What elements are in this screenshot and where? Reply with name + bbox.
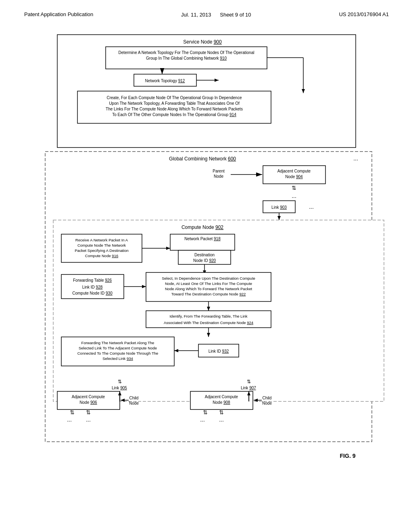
svg-text:To Each Of The Other Compute N: To Each Of The Other Compute Nodes In Th… xyxy=(112,112,236,117)
svg-text:Node 906: Node 906 xyxy=(79,400,97,405)
svg-text:Node 904: Node 904 xyxy=(285,175,303,179)
svg-text:Associated With The Destinatio: Associated With The Destination Compute … xyxy=(164,320,253,325)
svg-rect-63 xyxy=(146,311,271,328)
svg-text:Identify, From The Forwarding : Identify, From The Forwarding Table, The… xyxy=(169,314,247,318)
svg-text:Node Along Which To Forward Th: Node Along Which To Forward The Network … xyxy=(165,287,252,291)
svg-text:Select, In Dependence Upon The: Select, In Dependence Upon The Destinati… xyxy=(162,276,255,281)
svg-text:Compute Node The Network: Compute Node The Network xyxy=(77,243,126,247)
svg-text:Adjacent Compute: Adjacent Compute xyxy=(205,395,238,399)
svg-text:Link 907: Link 907 xyxy=(241,386,256,390)
svg-text:Selected Link To The Adjacent : Selected Link To The Adjacent Compute No… xyxy=(79,346,157,350)
svg-text:Create, For Each Compute Node : Create, For Each Compute Node Of The Ope… xyxy=(106,96,242,100)
header-right: US 2013/0176904 A1 xyxy=(339,11,389,17)
svg-text:Selected Link 934: Selected Link 934 xyxy=(102,356,133,361)
svg-text:⇅: ⇅ xyxy=(118,379,122,384)
svg-text:...: ... xyxy=(309,204,314,210)
sheet-label: Sheet 9 of 10 xyxy=(220,12,251,18)
svg-text:Network Topology 912: Network Topology 912 xyxy=(145,79,185,83)
svg-text:Link ID 928: Link ID 928 xyxy=(82,285,103,289)
svg-text:Group In The Global Combining : Group In The Global Combining Network 91… xyxy=(146,56,227,60)
svg-text:...: ... xyxy=(86,416,91,423)
svg-text:Service Node 900: Service Node 900 xyxy=(183,39,222,45)
svg-text:Forwarding Table 926: Forwarding Table 926 xyxy=(73,278,112,283)
svg-text:⇅: ⇅ xyxy=(292,185,296,191)
svg-text:Compute Node 902: Compute Node 902 xyxy=(181,224,223,230)
svg-text:...: ... xyxy=(219,416,224,423)
svg-text:Node: Node xyxy=(262,401,272,405)
svg-text:Packet Specifying A Destinatio: Packet Specifying A Destination xyxy=(75,248,129,253)
svg-text:Upon The Network Topology, A F: Upon The Network Topology, A Forwarding … xyxy=(109,101,240,106)
svg-text:⇅: ⇅ xyxy=(219,409,224,416)
svg-text:Link 905: Link 905 xyxy=(112,386,127,390)
svg-text:⇅: ⇅ xyxy=(86,409,91,416)
svg-text:⇅: ⇅ xyxy=(203,409,208,416)
svg-text:Link 903: Link 903 xyxy=(271,205,287,210)
svg-text:Compute Node ID 930: Compute Node ID 930 xyxy=(72,291,113,295)
svg-text:Forwarding The Network Packet : Forwarding The Network Packet Along The xyxy=(81,341,154,345)
svg-text:Connected To The Compute Node : Connected To The Compute Node Through Th… xyxy=(77,351,159,355)
svg-text:Destination: Destination xyxy=(194,253,215,257)
diagram-svg: Service Node 900 Determine A Network Top… xyxy=(25,23,388,466)
svg-text:Node ID 920: Node ID 920 xyxy=(193,258,216,263)
svg-text:Global Combining Network 600: Global Combining Network 600 xyxy=(169,156,236,162)
patent-number: US 2013/0176904 A1 xyxy=(339,11,389,17)
svg-text:Node: Node xyxy=(129,401,139,405)
svg-text:⇅: ⇅ xyxy=(247,379,251,384)
svg-text:⇅: ⇅ xyxy=(70,409,75,416)
header: Patent Application Publication Jul. 11, … xyxy=(0,0,413,23)
svg-text:...: ... xyxy=(200,416,205,423)
svg-text:The Links For The Compute Node: The Links For The Compute Node Along Whi… xyxy=(106,107,243,111)
svg-text:Adjacent Compute: Adjacent Compute xyxy=(277,169,311,173)
svg-text:Node 908: Node 908 xyxy=(213,400,230,405)
svg-text:Network Packet 918: Network Packet 918 xyxy=(184,237,221,241)
page: Patent Application Publication Jul. 11, … xyxy=(0,0,413,532)
header-center: Jul. 11, 2013 Sheet 9 of 10 xyxy=(181,11,251,19)
svg-text:Toward The Destination Compute: Toward The Destination Compute Node 922 xyxy=(171,292,246,296)
svg-text:Receive A Network Packet In A: Receive A Network Packet In A xyxy=(75,238,128,242)
svg-text:Parent: Parent xyxy=(213,169,225,173)
svg-text:Node: Node xyxy=(214,174,223,179)
svg-text:Adjacent Compute: Adjacent Compute xyxy=(72,395,105,399)
svg-text:Link ID 932: Link ID 932 xyxy=(209,349,229,353)
svg-text:FIG. 9: FIG. 9 xyxy=(340,453,356,459)
svg-text:Node, At Least One Of The Link: Node, At Least One Of The Links For The … xyxy=(165,281,252,286)
header-left: Patent Application Publication xyxy=(24,11,93,17)
svg-text:Compute Node 916: Compute Node 916 xyxy=(85,254,118,258)
svg-text:...: ... xyxy=(353,155,358,162)
svg-text:Child: Child xyxy=(263,396,272,400)
svg-text:...: ... xyxy=(67,416,72,423)
publication-label: Patent Application Publication xyxy=(24,11,93,17)
date-label: Jul. 11, 2013 xyxy=(181,12,211,18)
svg-text:Determine A Network Topology F: Determine A Network Topology For The Com… xyxy=(119,50,254,55)
svg-text:Child: Child xyxy=(129,396,139,400)
svg-text:...: ... xyxy=(292,193,296,199)
